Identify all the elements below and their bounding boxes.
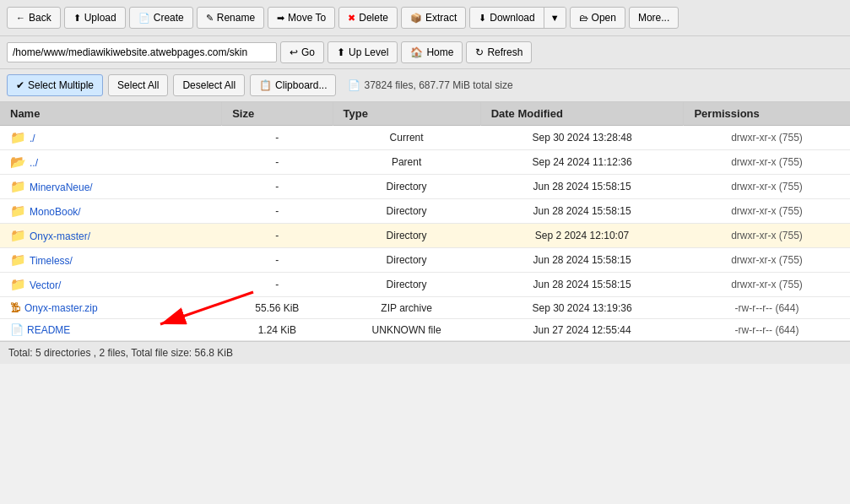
folder-icon: 📁 <box>10 277 26 291</box>
download-button[interactable]: ⬇ Download <box>470 8 543 28</box>
action-bar: ✔ Select Multiple Select All Deselect Al… <box>0 69 850 102</box>
file-link[interactable]: ../ <box>30 157 38 169</box>
download-icon: ⬇ <box>479 13 486 24</box>
file-table-wrapper: Name Size Type Date Modified Permissions… <box>0 102 850 341</box>
col-header-permissions[interactable]: Permissions <box>684 102 850 126</box>
folder-icon: 📁 <box>10 228 26 242</box>
table-row[interactable]: 📁Onyx-master/-DirectorySep 2 2024 12:10:… <box>0 224 850 248</box>
cell-date: Jun 28 2024 15:58:15 <box>480 248 684 273</box>
cell-permissions: drwxr-xr-x (755) <box>684 248 850 273</box>
table-row[interactable]: 📄README1.24 KiBUNKNOWN fileJun 27 2024 1… <box>0 319 850 341</box>
cell-permissions: drwxr-xr-x (755) <box>684 273 850 297</box>
status-text: Total: 5 directories , 2 files, Total fi… <box>8 347 233 359</box>
deselect-all-button[interactable]: Deselect All <box>173 74 245 96</box>
cell-type: Current <box>333 126 480 150</box>
cell-permissions: -rw-r--r-- (644) <box>684 297 850 319</box>
clipboard-button[interactable]: 📋 Clipboard... <box>250 74 336 96</box>
table-row[interactable]: 📁Vector/-DirectoryJun 28 2024 15:58:15dr… <box>0 273 850 297</box>
download-button-group: ⬇ Download ▼ <box>469 7 566 29</box>
home-button[interactable]: 🏠 Home <box>401 41 463 63</box>
folder-up-icon: 📂 <box>10 154 26 169</box>
back-icon: ← <box>16 13 25 23</box>
back-button[interactable]: ← Back <box>7 7 61 29</box>
create-button[interactable]: 📄 Create <box>129 7 193 29</box>
status-bar: Total: 5 directories , 2 files, Total fi… <box>0 341 850 364</box>
file-link[interactable]: MonoBook/ <box>30 206 81 218</box>
cell-size: - <box>222 150 333 175</box>
file-link[interactable]: README <box>27 324 70 336</box>
cell-date: Sep 2 2024 12:10:07 <box>480 224 684 248</box>
cell-permissions: drwxr-xr-x (755) <box>684 199 850 224</box>
file-link[interactable]: Timeless/ <box>30 255 73 267</box>
path-input[interactable] <box>7 42 277 62</box>
table-row[interactable]: 📁MonoBook/-DirectoryJun 28 2024 15:58:15… <box>0 199 850 224</box>
extract-icon: 📦 <box>410 13 422 24</box>
cell-name: 📁./ <box>0 126 222 150</box>
cell-type: Directory <box>333 273 480 297</box>
download-dropdown-button[interactable]: ▼ <box>544 8 566 28</box>
extract-button[interactable]: 📦 Extract <box>401 7 466 29</box>
moveto-button[interactable]: ➡ Move To <box>268 7 335 29</box>
cell-permissions: drwxr-xr-x (755) <box>684 224 850 248</box>
file-link[interactable]: MinervaNeue/ <box>30 182 93 193</box>
toolbar: ← Back ⬆ Upload 📄 Create ✎ Rename ➡ Move… <box>0 0 850 36</box>
folder-icon: 📁 <box>10 203 26 218</box>
cell-date: Sep 30 2024 13:19:36 <box>480 297 684 319</box>
cell-name: 📁Vector/ <box>0 273 222 297</box>
home-icon: 🏠 <box>410 46 423 58</box>
delete-icon: ✖ <box>348 13 355 24</box>
cell-name: 📁Timeless/ <box>0 248 222 273</box>
table-header-row: Name Size Type Date Modified Permissions <box>0 102 850 126</box>
moveto-icon: ➡ <box>277 13 284 24</box>
cell-type: ZIP archive <box>333 297 480 319</box>
folder-icon: 📁 <box>10 179 26 193</box>
cell-name: 📁Onyx-master/ <box>0 224 222 248</box>
file-link[interactable]: Onyx-master/ <box>30 230 90 242</box>
file-link[interactable]: Vector/ <box>30 279 61 291</box>
cell-type: Directory <box>333 248 480 273</box>
rename-button[interactable]: ✎ Rename <box>197 7 264 29</box>
delete-button[interactable]: ✖ Delete <box>338 7 398 29</box>
cell-name: 📄README <box>0 319 222 341</box>
cell-name: 📂../ <box>0 150 222 175</box>
upload-button[interactable]: ⬆ Upload <box>64 7 126 29</box>
col-header-date[interactable]: Date Modified <box>480 102 684 126</box>
col-header-type[interactable]: Type <box>333 102 480 126</box>
table-row[interactable]: 🗜Onyx-master.zip55.56 KiBZIP archiveSep … <box>0 297 850 319</box>
path-bar: ↩ Go ⬆ Up Level 🏠 Home ↻ Refresh <box>0 36 850 69</box>
cell-size: - <box>222 273 333 297</box>
file-link[interactable]: Onyx-master.zip <box>24 302 98 314</box>
refresh-button[interactable]: ↻ Refresh <box>466 41 532 63</box>
folder-icon: 📁 <box>10 130 26 144</box>
zip-icon: 🗜 <box>10 301 21 314</box>
table-row[interactable]: 📂../-ParentSep 24 2024 11:12:36drwxr-xr-… <box>0 150 850 175</box>
cell-permissions: drwxr-xr-x (755) <box>684 150 850 175</box>
col-header-size[interactable]: Size <box>222 102 333 126</box>
cell-size: - <box>222 248 333 273</box>
table-row[interactable]: 📁MinervaNeue/-DirectoryJun 28 2024 15:58… <box>0 175 850 199</box>
cell-permissions: -rw-r--r-- (644) <box>684 319 850 341</box>
table-row[interactable]: 📁Timeless/-DirectoryJun 28 2024 15:58:15… <box>0 248 850 273</box>
select-all-button[interactable]: Select All <box>108 74 168 96</box>
uplevel-button[interactable]: ⬆ Up Level <box>328 41 398 63</box>
cell-name: 📁MinervaNeue/ <box>0 175 222 199</box>
cell-type: Directory <box>333 175 480 199</box>
more-button[interactable]: More... <box>629 7 679 29</box>
refresh-icon: ↻ <box>475 46 484 58</box>
select-multiple-button[interactable]: ✔ Select Multiple <box>7 74 103 96</box>
go-button[interactable]: ↩ Go <box>280 41 324 63</box>
cell-date: Jun 27 2024 12:55:44 <box>480 319 684 341</box>
col-header-name[interactable]: Name <box>0 102 222 126</box>
cell-type: UNKNOWN file <box>333 319 480 341</box>
table-row[interactable]: 📁./-CurrentSep 30 2024 13:28:48drwxr-xr-… <box>0 126 850 150</box>
cell-size: 1.24 KiB <box>222 319 333 341</box>
open-button[interactable]: 🗁 Open <box>570 7 625 29</box>
file-link[interactable]: ./ <box>30 133 35 144</box>
cell-permissions: drwxr-xr-x (755) <box>684 175 850 199</box>
cell-size: - <box>222 199 333 224</box>
cell-type: Directory <box>333 199 480 224</box>
cell-date: Sep 24 2024 11:12:36 <box>480 150 684 175</box>
cell-size: - <box>222 175 333 199</box>
go-icon: ↩ <box>290 46 298 58</box>
cell-date: Jun 28 2024 15:58:15 <box>480 175 684 199</box>
